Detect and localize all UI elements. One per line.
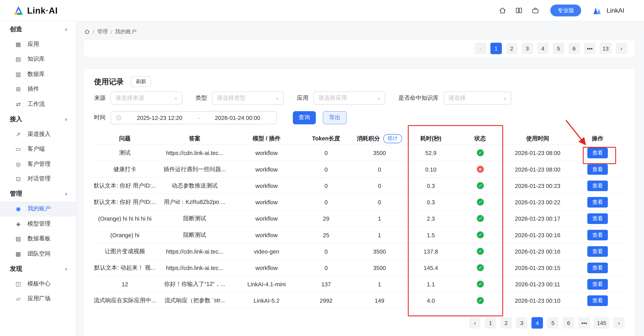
page-button[interactable]: ••• <box>578 317 590 329</box>
filter-label: 类型 <box>196 94 207 102</box>
page-button[interactable]: › <box>613 317 625 329</box>
page-button[interactable]: 1 <box>490 42 502 54</box>
view-button[interactable]: 查看 <box>587 180 608 191</box>
page-button[interactable]: 5 <box>553 42 564 54</box>
plugin-icon <box>15 86 22 92</box>
sidebar-item-template-center[interactable]: 模板中心 <box>0 276 76 291</box>
source-select[interactable]: 请选择来源 <box>110 91 182 105</box>
page-button[interactable]: ••• <box>584 42 596 54</box>
col-token-length: Token长度 <box>299 135 353 142</box>
sidebar-group-manage[interactable]: 管理 <box>0 187 76 202</box>
page-button[interactable]: ‹ <box>475 42 486 54</box>
table-row: 默认文本: 你好 用户ID:... 动态参数推送测试 workflow 0 0 … <box>94 178 625 194</box>
page-button[interactable]: 3 <box>516 317 528 329</box>
usage-table: 问题 答案 模型 / 插件 Token长度 消耗积分 统计 耗时(秒) 状态 使… <box>94 132 625 309</box>
sidebar-item-team-space[interactable]: 团队空间 <box>0 246 76 261</box>
view-button[interactable]: 查看 <box>587 246 608 257</box>
page-button[interactable]: › <box>616 42 627 54</box>
page-button[interactable]: 2 <box>506 42 517 54</box>
sidebar-item-plugins[interactable]: 插件 <box>0 82 76 97</box>
actions-cell: 查看 <box>570 197 625 207</box>
credits-cell: 149 <box>353 297 406 304</box>
chevron-down-icon <box>503 96 506 100</box>
status-icon <box>477 297 484 304</box>
page-button[interactable]: 1 <box>485 317 496 329</box>
tokens-cell: 0 <box>299 248 353 255</box>
status-icon <box>477 199 484 205</box>
app-logo-text: Link·AI <box>27 5 58 15</box>
pro-version-button[interactable]: 专业版 <box>550 4 581 16</box>
sidebar-group-integration[interactable]: 接入 <box>0 112 76 127</box>
time-range-picker[interactable]: 2025-12-23 12:20 - 2026-01-24 00:00 <box>110 111 277 124</box>
view-button[interactable]: 查看 <box>587 295 608 306</box>
page-button[interactable]: 3 <box>522 42 533 54</box>
knowledge-hit-select[interactable]: 请选择 <box>444 91 511 105</box>
page-button[interactable]: 13 <box>600 42 612 54</box>
sidebar-item-customer-mgmt[interactable]: 客户管理 <box>0 157 76 172</box>
status-cell <box>456 231 505 238</box>
nav-label: 知识库 <box>28 55 44 63</box>
page-title: 使用记录 <box>94 77 124 87</box>
breadcrumb-section[interactable]: 管理 <box>97 28 108 35</box>
sidebar-item-database[interactable]: 数据库 <box>0 67 76 82</box>
page-button[interactable]: 4 <box>537 42 548 54</box>
sidebar-item-client[interactable]: 客户端 <box>0 142 76 157</box>
status-cell <box>456 215 505 222</box>
page-button[interactable]: 5 <box>547 317 558 329</box>
model-cell: workflow <box>234 215 299 222</box>
sidebar-item-data-dashboard[interactable]: 数据看板 <box>0 231 76 246</box>
view-button[interactable]: 查看 <box>587 213 608 224</box>
table-row: 12 你好！你输入了“12”，... LinkAI-4.1-mini 137 1… <box>94 276 625 293</box>
sidebar-item-my-account[interactable]: 我的账户 <box>0 202 76 217</box>
type-select[interactable]: 请选择类型 <box>212 91 284 105</box>
sidebar-group-create[interactable]: 创造 <box>0 22 76 37</box>
sidebar-item-app-plaza[interactable]: 应用广场 <box>0 291 76 306</box>
bottom-pagination: ‹ 1 2 3 4 5 6 ••• 145 › <box>94 317 625 329</box>
home-icon[interactable] <box>498 6 507 15</box>
app-logo[interactable]: Link·AI <box>13 5 58 15</box>
tokens-cell: 25 <box>299 232 353 238</box>
sidebar-item-knowledge-base[interactable]: 知识库 <box>0 52 76 67</box>
sidebar-item-channel-access[interactable]: 渠道接入 <box>0 127 76 142</box>
export-button[interactable]: 导出 <box>323 111 347 124</box>
refresh-button[interactable]: 刷新 <box>131 76 151 87</box>
duration-cell: 2.3 <box>406 215 456 222</box>
time-start-value: 2025-12-23 12:20 <box>126 114 194 121</box>
sidebar-group-discover[interactable]: 发现 <box>0 261 76 276</box>
page-button[interactable]: 6 <box>568 42 580 54</box>
sidebar-item-conversation-mgmt[interactable]: 对话管理 <box>0 172 76 187</box>
view-button[interactable]: 查看 <box>587 197 608 207</box>
status-icon <box>477 264 484 271</box>
sidebar-item-model-mgmt[interactable]: 模型管理 <box>0 217 76 232</box>
sidebar-item-workflow[interactable]: 工作流 <box>0 97 76 112</box>
account-name: LinkAI <box>606 7 624 14</box>
status-cell <box>456 199 505 205</box>
app-select[interactable]: 请选择应用 <box>313 91 385 105</box>
model-cell: workflow <box>234 166 299 173</box>
account-chip[interactable]: LinkAI <box>593 6 624 14</box>
page-button[interactable]: 4 <box>532 317 543 329</box>
home-icon[interactable] <box>84 29 90 34</box>
actions-cell: 查看 <box>570 230 625 240</box>
nav-label: 渠道接入 <box>28 130 50 138</box>
view-button[interactable]: 查看 <box>587 263 608 273</box>
time-filter-row: 时间 2025-12-23 12:20 - 2026-01-24 00:00 查… <box>94 111 625 124</box>
view-button[interactable]: 查看 <box>587 230 608 240</box>
page-button[interactable]: 2 <box>500 317 512 329</box>
credits-cell: 1 <box>353 281 406 287</box>
view-button[interactable]: 查看 <box>587 164 608 175</box>
view-button[interactable]: 查看 <box>587 147 608 158</box>
query-button[interactable]: 查询 <box>293 111 316 124</box>
stats-button[interactable]: 统计 <box>383 134 402 143</box>
workorder-icon[interactable] <box>531 6 540 15</box>
sidebar-item-apps[interactable]: 应用 <box>0 37 76 52</box>
page-button[interactable]: 6 <box>563 317 574 329</box>
view-button[interactable]: 查看 <box>587 279 608 290</box>
answer-cell: 阻断测试 <box>156 231 234 238</box>
page-button[interactable]: ‹ <box>469 317 481 329</box>
select-placeholder: 请选择类型 <box>217 94 246 102</box>
page-button[interactable]: 145 <box>594 317 609 329</box>
question-cell: (Orange) hi <box>94 232 156 238</box>
answer-cell: 你好！你输入了“12”，... <box>156 280 234 288</box>
docs-icon[interactable] <box>514 6 524 15</box>
